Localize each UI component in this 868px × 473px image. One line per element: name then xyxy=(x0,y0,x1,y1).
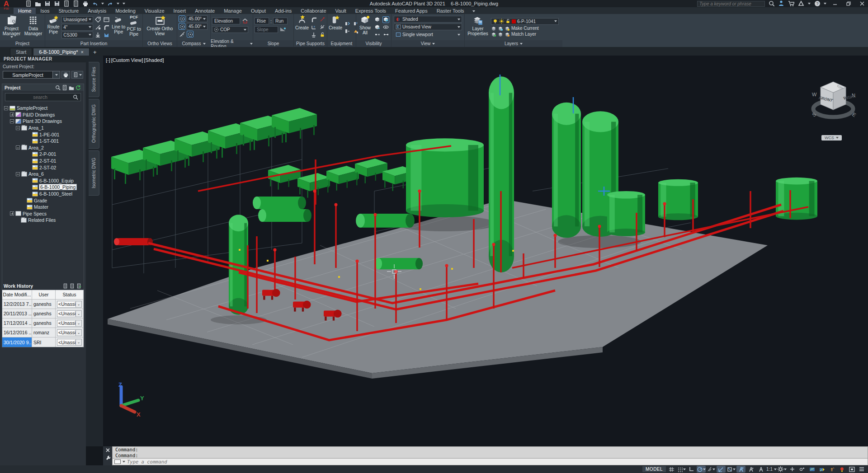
compass-tick-icon[interactable] xyxy=(179,31,185,37)
compass-angle-select[interactable]: 45.00° xyxy=(187,15,208,22)
isolate-selected-icon[interactable] xyxy=(374,24,381,31)
tab-source-files[interactable]: Source Files xyxy=(89,62,99,97)
link-visibility-icon[interactable] xyxy=(382,32,389,38)
new-drawing-icon[interactable] xyxy=(61,84,68,91)
col-user[interactable]: User xyxy=(32,290,56,299)
command-icon[interactable] xyxy=(114,459,121,464)
wcs-menu[interactable]: WCS xyxy=(821,135,842,140)
tab-insert[interactable]: Insert xyxy=(169,8,191,14)
tree-node[interactable]: Grade xyxy=(3,197,83,204)
snap-mode-icon[interactable] xyxy=(677,466,686,473)
support-attach-icon[interactable] xyxy=(310,16,317,23)
slope-input[interactable]: Slope xyxy=(255,26,278,33)
tree-search-box[interactable] xyxy=(5,93,81,101)
hide-selected-icon[interactable] xyxy=(374,16,381,23)
clean-screen-icon[interactable] xyxy=(847,466,856,473)
tree-node[interactable]: SampleProject xyxy=(3,105,83,112)
panel-label-slope[interactable]: Slope xyxy=(253,40,293,47)
table-row-selected[interactable]: 30/1/2020 9... SRI <Unassi...⌄ xyxy=(2,337,84,347)
table-row[interactable]: 12/2/2013 7... ganeshs <Unassi...⌄ xyxy=(2,300,84,309)
close-button[interactable] xyxy=(857,0,867,7)
panel-label-ortho-views[interactable]: Ortho Views xyxy=(143,40,177,47)
ribbon-options-icon[interactable] xyxy=(472,10,475,12)
help-search-input[interactable] xyxy=(697,1,765,7)
tree-node[interactable]: 1-ST-001 xyxy=(3,138,83,145)
graphics-performance-icon[interactable] xyxy=(807,466,816,473)
tree-node[interactable]: 2-P-001 xyxy=(3,151,83,158)
support-lock-icon[interactable] xyxy=(319,32,326,38)
history-add-icon[interactable] xyxy=(75,283,82,290)
create-ortho-view-button[interactable]: Create Ortho View xyxy=(146,15,174,39)
command-input[interactable] xyxy=(127,459,866,464)
file-tab-close-icon[interactable]: × xyxy=(80,49,83,55)
run-input[interactable]: Run xyxy=(273,18,288,24)
spec-select[interactable]: Unassigned xyxy=(61,16,93,23)
customize-icon[interactable] xyxy=(857,466,866,473)
autodesk-a-icon[interactable] xyxy=(798,0,804,7)
panel-label-view[interactable]: View xyxy=(392,40,464,47)
assign-tag-icon[interactable] xyxy=(94,16,101,23)
print-project-icon[interactable] xyxy=(61,71,70,79)
palette-title[interactable]: PROJECT MANAGER xyxy=(0,56,86,62)
project-manager-button[interactable]: Project Manager xyxy=(1,15,22,39)
named-view-select[interactable]: Unsaved View xyxy=(394,23,462,30)
polar-tracking-icon[interactable] xyxy=(697,466,706,473)
panel-label-pipe-supports[interactable]: Pipe Supports xyxy=(294,40,327,47)
tab-isos[interactable]: Isos xyxy=(36,8,54,14)
help-dropdown-icon[interactable] xyxy=(824,3,826,5)
tree-node[interactable]: Area_1 xyxy=(3,125,83,131)
annotation-monitor-alert-icon[interactable] xyxy=(827,466,836,473)
toggle-slope-icon[interactable] xyxy=(94,24,101,31)
workspace-switching-icon[interactable] xyxy=(778,466,787,473)
support-base-icon[interactable] xyxy=(310,32,317,38)
tab-manage[interactable]: Manage xyxy=(219,8,246,14)
tab-raster-tools[interactable]: Raster Tools xyxy=(432,8,469,14)
pcf-to-pipe-button[interactable]: PCF PCF to Pipe xyxy=(127,15,141,39)
cop-select[interactable]: COP xyxy=(212,26,248,33)
panel-label-part-insertion[interactable]: Part Insertion xyxy=(45,40,142,47)
layer-select[interactable]: 6-P-1041 xyxy=(491,18,559,25)
tree-node[interactable]: 2-ST-01 xyxy=(3,158,83,164)
new-drawing-tab-button[interactable]: + xyxy=(90,49,99,56)
app-logo[interactable]: A P3D xyxy=(1,0,11,12)
annotation-visibility-icon[interactable] xyxy=(736,466,745,473)
tree-node[interactable]: 6-B-1000_Equip xyxy=(3,178,83,184)
object-snap-icon[interactable] xyxy=(726,466,736,473)
drawing-viewport[interactable]: [-] [Custom View] [Shaded] xyxy=(103,56,868,446)
panel-label-compass[interactable]: Compass xyxy=(177,40,210,47)
compass-toggle-icon[interactable] xyxy=(179,15,185,22)
layer-properties-button[interactable]: Layer Properties xyxy=(466,15,490,39)
create-equipment-button[interactable]: Create xyxy=(329,15,342,39)
isolate-objects-icon[interactable] xyxy=(797,466,807,473)
line-to-pipe-button[interactable]: Line to Pipe xyxy=(112,15,125,39)
show-all-button[interactable]: Show All xyxy=(358,15,373,39)
status-select[interactable]: <Unassi...⌄ xyxy=(57,329,82,336)
project-report-icon[interactable] xyxy=(71,71,83,79)
refresh-icon[interactable] xyxy=(75,84,81,91)
table-row[interactable]: 16/12/2016 ... romanz <Unassi...⌄ xyxy=(2,328,84,337)
annotation-scale-value[interactable]: 1:1 xyxy=(766,466,777,473)
transparency-icon[interactable] xyxy=(382,16,389,23)
app-store-cart-icon[interactable] xyxy=(788,0,794,7)
tree-node[interactable]: P&ID Drawings xyxy=(3,112,83,118)
status-select[interactable]: <Unassi...⌄ xyxy=(57,320,82,327)
col-status[interactable]: Status xyxy=(56,290,84,299)
annotation-monitor-icon[interactable] xyxy=(788,466,797,473)
viewport-config-select[interactable]: Single viewport xyxy=(394,31,462,38)
compass-display-icon[interactable] xyxy=(187,31,193,37)
tab-home[interactable]: Home xyxy=(14,8,36,14)
tree-node[interactable]: 6-B-1000_Steel xyxy=(3,191,83,197)
compass-increment-select[interactable]: 45.00° xyxy=(187,23,208,30)
tree-node[interactable]: Plant 3D Drawings xyxy=(3,118,83,125)
tab-collaborate[interactable]: Collaborate xyxy=(296,8,330,14)
autodesk-dropdown-icon[interactable] xyxy=(808,3,811,5)
annotation-scale-icon[interactable] xyxy=(756,466,765,473)
tab-featured-apps[interactable]: Featured Apps xyxy=(391,8,432,14)
signin-user-icon[interactable] xyxy=(778,0,784,7)
object-snap-tracking-icon[interactable] xyxy=(717,466,726,473)
recent-commands-icon[interactable] xyxy=(123,461,125,463)
autoscale-icon[interactable] xyxy=(746,466,755,473)
isometric-drafting-icon[interactable] xyxy=(707,466,716,473)
grid-display-icon[interactable] xyxy=(667,466,676,473)
tab-orthographic-dwg[interactable]: Orthographic DWG xyxy=(89,99,99,149)
